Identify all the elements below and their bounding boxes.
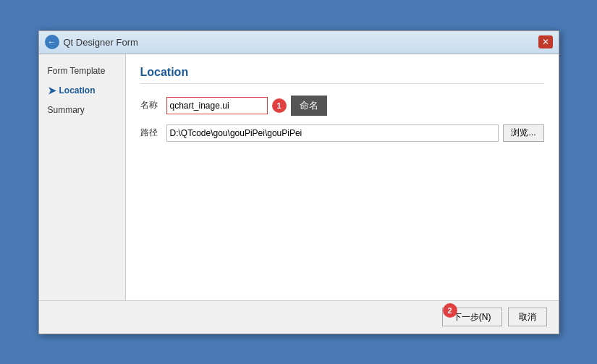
sidebar-item-form-template-label: Form Template bbox=[48, 66, 106, 76]
path-input[interactable] bbox=[166, 124, 499, 142]
sidebar-item-location[interactable]: ➤ Location bbox=[39, 80, 125, 101]
dialog-window: ← Qt Designer Form ✕ Form Template ➤ Loc… bbox=[38, 30, 559, 334]
dialog-footer: 2 下一步(N) 取消 bbox=[39, 300, 559, 334]
content-area: Location 名称 1 命名 路径 浏览... bbox=[126, 54, 559, 300]
cancel-button[interactable]: 取消 bbox=[508, 308, 547, 326]
title-bar-text: Qt Designer Form bbox=[64, 37, 138, 48]
back-icon[interactable]: ← bbox=[45, 35, 59, 49]
name-label: 名称 bbox=[140, 99, 162, 111]
path-row: 路径 浏览... bbox=[140, 124, 544, 142]
browse-button[interactable]: 浏览... bbox=[503, 124, 543, 142]
sidebar-item-location-label: Location bbox=[59, 85, 96, 96]
badge-1: 1 bbox=[272, 98, 287, 113]
naming-button[interactable]: 命名 bbox=[291, 96, 327, 116]
content-title: Location bbox=[140, 66, 544, 84]
path-label: 路径 bbox=[140, 127, 162, 139]
badge-2: 2 bbox=[443, 303, 457, 318]
name-input[interactable] bbox=[166, 97, 268, 114]
title-bar: ← Qt Designer Form ✕ bbox=[39, 31, 559, 54]
sidebar-item-summary-label: Summary bbox=[48, 105, 85, 115]
sidebar-item-summary[interactable]: Summary bbox=[39, 101, 125, 119]
sidebar-item-form-template[interactable]: Form Template bbox=[39, 62, 125, 80]
name-row: 名称 1 命名 bbox=[140, 96, 544, 116]
close-button[interactable]: ✕ bbox=[538, 35, 553, 48]
sidebar: Form Template ➤ Location Summary bbox=[39, 54, 126, 300]
dialog-body: Form Template ➤ Location Summary Locatio… bbox=[39, 54, 559, 300]
sidebar-arrow-icon: ➤ bbox=[48, 85, 56, 96]
